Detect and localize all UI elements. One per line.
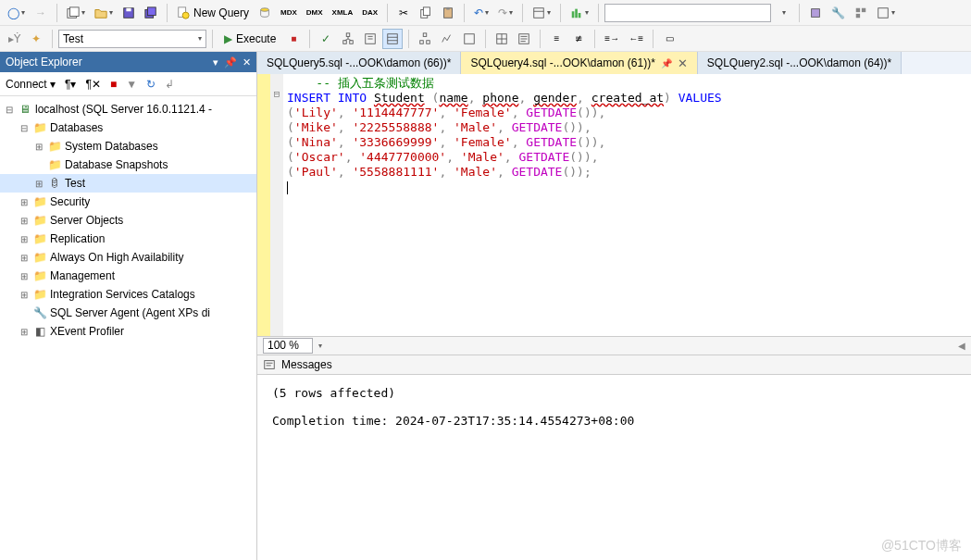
- svg-point-7: [182, 12, 189, 19]
- completion-time-text: Completion time: 2024-07-23T17:35:14.455…: [272, 414, 956, 428]
- save-button[interactable]: [118, 3, 139, 23]
- document-tab-1[interactable]: SQLQuery4.sql -...OOK\damon (61))*📌✕: [461, 52, 697, 74]
- save-all-button[interactable]: [141, 3, 161, 23]
- svg-rect-15: [572, 11, 575, 18]
- tree-server-node[interactable]: ⊟🖥localhost (SQL Server 16.0.1121.4 -: [0, 100, 256, 118]
- intellisense-button[interactable]: [382, 29, 403, 49]
- tree-system-db-node[interactable]: ⊞📁System Databases: [0, 137, 256, 156]
- nav-forward-button[interactable]: →: [31, 3, 51, 23]
- tree-databases-node[interactable]: ⊟📁Databases: [0, 118, 256, 137]
- parse-check-button[interactable]: ✓: [316, 29, 336, 49]
- connect-button[interactable]: Connect ▾: [6, 78, 56, 91]
- tree-always-on-node[interactable]: ⊞📁Always On High Availability: [0, 248, 256, 267]
- tools-button[interactable]: 🔧: [828, 3, 849, 23]
- oe-refresh-icon[interactable]: ↻: [146, 78, 156, 91]
- client-stats-button[interactable]: [459, 29, 479, 49]
- svg-rect-13: [534, 7, 544, 18]
- code-area[interactable]: -- 插入五条测试数据 INSERT INTO Student (name, p…: [283, 74, 722, 336]
- svg-rect-24: [343, 40, 347, 44]
- outdent-button[interactable]: ←≡: [625, 29, 647, 49]
- document-tab-0[interactable]: SQLQuery5.sql -...OOK\damon (66))*: [257, 52, 461, 74]
- nav-back-button[interactable]: ◯▾: [4, 3, 29, 23]
- svg-rect-46: [265, 361, 275, 369]
- tab-pin-icon[interactable]: 📌: [661, 58, 672, 68]
- dax-query-button[interactable]: DAX: [358, 3, 381, 23]
- oe-sync-icon[interactable]: ↲: [165, 78, 174, 91]
- oe-stop-icon[interactable]: ■: [110, 78, 117, 91]
- outline-gutter[interactable]: ⊟: [270, 74, 283, 336]
- messages-icon: [263, 358, 276, 371]
- database-selector[interactable]: Test▾: [58, 30, 206, 48]
- include-plan-button[interactable]: [415, 29, 435, 49]
- tree-snapshots-node[interactable]: 📁Database Snapshots: [0, 156, 256, 174]
- messages-output[interactable]: (5 rows affected) Completion time: 2024-…: [257, 375, 971, 560]
- results-grid-button[interactable]: [492, 29, 512, 49]
- panel-pin-icon[interactable]: 📌: [224, 56, 237, 68]
- document-tab-2[interactable]: SQLQuery2.sql -...OOK\damon (64))*: [698, 52, 902, 74]
- registered-servers-button[interactable]: [805, 3, 826, 23]
- svg-point-8: [261, 7, 269, 11]
- parse-button[interactable]: ✦: [26, 29, 46, 49]
- open-file-button[interactable]: ▾: [91, 3, 117, 23]
- sql-editor[interactable]: ⊟ -- 插入五条测试数据 INSERT INTO Student (name,…: [257, 74, 971, 336]
- oe-connect-icon[interactable]: ¶▾: [65, 78, 76, 91]
- tree-security-node[interactable]: ⊞📁Security: [0, 193, 256, 211]
- tree-replication-node[interactable]: ⊞📁Replication: [0, 230, 256, 248]
- uncomment-button[interactable]: ≢: [568, 29, 589, 49]
- tree-server-objects-node[interactable]: ⊞📁Server Objects: [0, 211, 256, 230]
- cancel-query-button[interactable]: ■: [283, 29, 304, 49]
- results-text-button[interactable]: [514, 29, 534, 49]
- query-options-button[interactable]: [360, 29, 380, 49]
- svg-rect-21: [856, 13, 860, 17]
- template-button[interactable]: [851, 3, 871, 23]
- object-explorer-panel: Object Explorer ▾ 📌 ✕ Connect ▾ ¶▾ ¶✕ ■ …: [0, 52, 257, 560]
- new-query-button[interactable]: New Query: [173, 3, 253, 23]
- activity-monitor-button[interactable]: ▾: [566, 3, 592, 23]
- copy-button[interactable]: [416, 3, 436, 23]
- window-button[interactable]: ▾: [873, 3, 899, 23]
- zoom-bar: 100 % ▾ ◀: [257, 336, 971, 355]
- tree-agent-node[interactable]: 🔧SQL Server Agent (Agent XPs di: [0, 304, 256, 322]
- svg-rect-37: [427, 40, 430, 44]
- quick-launch-input[interactable]: [604, 4, 771, 22]
- oe-disconnect-icon[interactable]: ¶✕: [86, 78, 101, 91]
- mdx-query-button[interactable]: MDX: [277, 3, 301, 23]
- oe-filter-icon[interactable]: ▼: [126, 78, 137, 91]
- object-explorer-tree[interactable]: ⊟🖥localhost (SQL Server 16.0.1121.4 - ⊟📁…: [0, 96, 256, 560]
- redo-button[interactable]: ↷▾: [494, 3, 517, 23]
- db-engine-query-button[interactable]: [255, 3, 275, 23]
- dmx-query-button[interactable]: DMX: [303, 3, 327, 23]
- properties-button[interactable]: ▾: [529, 3, 554, 23]
- panel-dropdown-icon[interactable]: ▾: [213, 56, 218, 68]
- cut-button[interactable]: ✂: [393, 3, 414, 23]
- svg-rect-20: [862, 7, 865, 11]
- zoom-dd-icon[interactable]: ▾: [318, 342, 322, 350]
- display-plan-button[interactable]: [338, 29, 358, 49]
- tree-xevent-node[interactable]: ⊞◧XEvent Profiler: [0, 322, 256, 341]
- execute-button[interactable]: ▶Execute: [218, 29, 281, 49]
- quick-launch-dd[interactable]: ▾: [773, 3, 793, 23]
- tree-test-db-node[interactable]: ⊞🛢Test: [0, 174, 256, 193]
- indent-button[interactable]: ≡→: [601, 29, 623, 49]
- xmla-query-button[interactable]: XMLA: [329, 3, 357, 23]
- svg-rect-35: [424, 32, 428, 36]
- svg-rect-22: [878, 7, 889, 18]
- svg-rect-5: [148, 6, 156, 15]
- tree-isc-node[interactable]: ⊞📁Integration Services Catalogs: [0, 285, 256, 304]
- panel-close-icon[interactable]: ✕: [243, 56, 251, 68]
- comment-button[interactable]: ≡: [546, 29, 566, 49]
- main-toolbar-1: ◯▾ → ▾ ▾ New Query MDX DMX XMLA DAX ✂ ↶▾…: [0, 0, 971, 26]
- new-project-button[interactable]: ▾: [63, 3, 89, 23]
- debug-button[interactable]: ▸Ẏ: [4, 29, 24, 49]
- svg-rect-38: [465, 33, 475, 44]
- hscroll-left-icon[interactable]: ◀: [958, 341, 965, 351]
- paste-button[interactable]: [438, 3, 458, 23]
- zoom-selector[interactable]: 100 %: [263, 338, 313, 354]
- tree-management-node[interactable]: ⊞📁Management: [0, 267, 256, 285]
- svg-rect-19: [856, 7, 860, 11]
- live-stats-button[interactable]: [437, 29, 457, 49]
- tab-close-icon[interactable]: ✕: [678, 56, 688, 70]
- messages-tab[interactable]: Messages: [257, 355, 971, 375]
- undo-button[interactable]: ↶▾: [470, 3, 492, 23]
- specify-values-button[interactable]: ▭: [659, 29, 679, 49]
